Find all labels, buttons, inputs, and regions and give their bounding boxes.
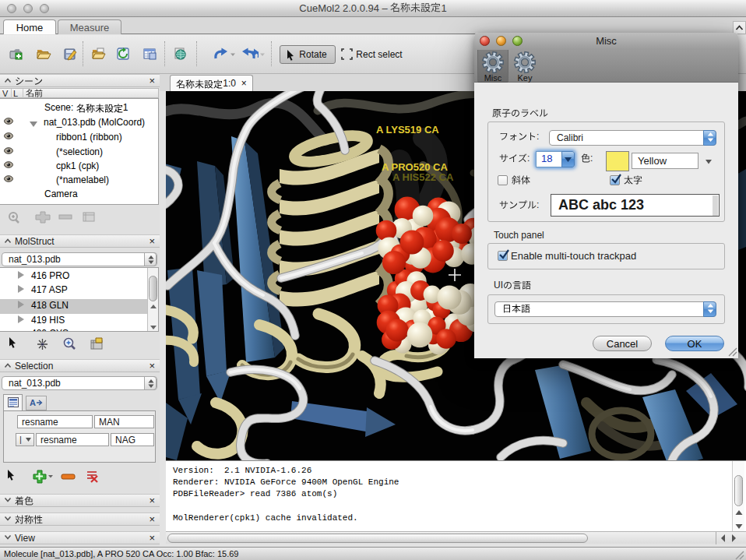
svg-text:A: A xyxy=(30,398,36,407)
